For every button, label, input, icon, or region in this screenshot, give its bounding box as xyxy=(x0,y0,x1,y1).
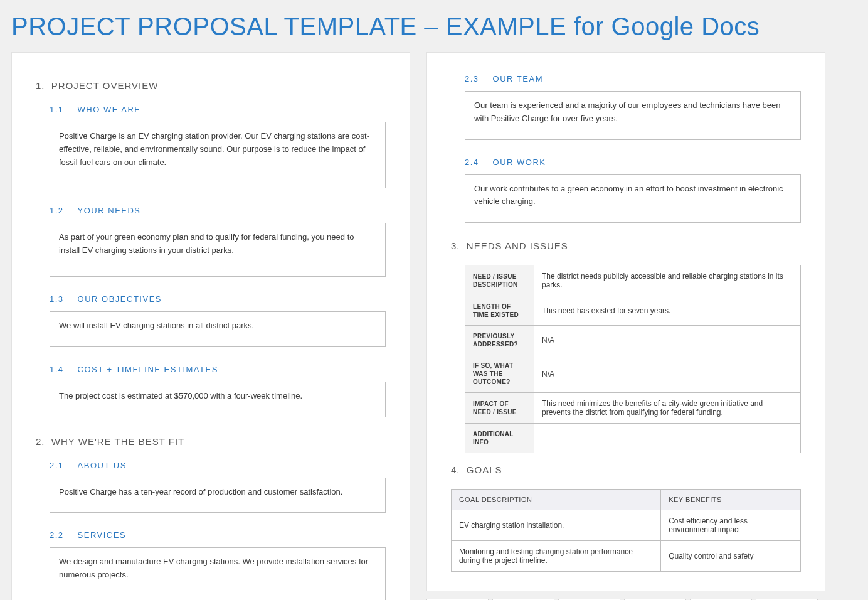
section-1-num: 1. xyxy=(36,80,45,91)
table-row: PREVIOUSLY ADDRESSED?N/A xyxy=(465,326,801,355)
need-desc-value: The district needs publicly accessible a… xyxy=(534,265,801,296)
additional-label: ADDITIONAL INFO xyxy=(465,424,534,453)
section-4-num: 4. xyxy=(451,464,460,475)
section-1-1-title: WHO WE ARE xyxy=(78,105,141,114)
section-1-4-num: 1.4 xyxy=(50,365,64,374)
section-2-3-heading: 2.3OUR TEAM xyxy=(465,74,801,83)
need-desc-label: NEED / ISSUE DESCRIPTION xyxy=(465,265,534,296)
about-us-body: Positive Charge has a ten-year record of… xyxy=(50,478,386,513)
section-3-title: NEEDS AND ISSUES xyxy=(467,240,568,251)
impact-label: IMPACT OF NEED / ISSUE xyxy=(465,393,534,424)
section-3-num: 3. xyxy=(451,240,460,251)
section-1-1-heading: 1.1WHO WE ARE xyxy=(50,105,386,114)
section-3-heading: 3. NEEDS AND ISSUES xyxy=(451,240,801,251)
outcome-label: IF SO, WHAT WAS THE OUTCOME? xyxy=(465,355,534,393)
goal-desc-header: GOAL DESCRIPTION xyxy=(452,490,661,510)
section-1-1-num: 1.1 xyxy=(50,105,64,114)
pages-container: 1. PROJECT OVERVIEW 1.1WHO WE ARE Positi… xyxy=(11,52,857,600)
section-1-heading: 1. PROJECT OVERVIEW xyxy=(36,80,386,91)
prev-addressed-label: PREVIOUSLY ADDRESSED? xyxy=(465,326,534,355)
section-1-4-heading: 1.4COST + TIMELINE ESTIMATES xyxy=(50,365,386,374)
our-objectives-body: We will install EV charging stations in … xyxy=(50,311,386,347)
table-row: NEED / ISSUE DESCRIPTIONThe district nee… xyxy=(465,265,801,296)
document-page-2: 2.3OUR TEAM Our team is experienced and … xyxy=(426,52,825,591)
section-2-4-heading: 2.4OUR WORK xyxy=(465,158,801,167)
section-2-3-num: 2.3 xyxy=(465,74,479,83)
goal-2-benefit: Quality control and safety xyxy=(661,541,801,572)
our-work-body: Our work contributes to a green economy … xyxy=(465,174,801,223)
section-2-2-heading: 2.2SERVICES xyxy=(50,530,386,540)
table-row: Monitoring and testing charging station … xyxy=(452,541,801,572)
section-2-num: 2. xyxy=(36,436,45,447)
section-2-4-title: OUR WORK xyxy=(493,158,546,167)
section-2-3-title: OUR TEAM xyxy=(493,74,543,83)
table-row: IF SO, WHAT WAS THE OUTCOME?N/A xyxy=(465,355,801,393)
section-4-title: GOALS xyxy=(467,464,502,475)
section-2-title: WHY WE'RE THE BEST FIT xyxy=(51,436,184,447)
your-needs-body: As part of your green economy plan and t… xyxy=(50,223,386,277)
section-2-heading: 2. WHY WE'RE THE BEST FIT xyxy=(36,436,386,447)
impact-value: This need minimizes the benefits of a ci… xyxy=(534,393,801,424)
goal-1-benefit: Cost efficiency and less environmental i… xyxy=(661,510,801,541)
services-body: We design and manufacture EV charging st… xyxy=(50,547,386,600)
section-1-2-heading: 1.2YOUR NEEDS xyxy=(50,206,386,215)
section-1-4-title: COST + TIMELINE ESTIMATES xyxy=(78,365,218,374)
section-1-3-num: 1.3 xyxy=(50,294,64,304)
goals-table: GOAL DESCRIPTION KEY BENEFITS EV chargin… xyxy=(451,489,801,572)
outcome-value: N/A xyxy=(534,355,801,393)
section-1-3-heading: 1.3OUR OBJECTIVES xyxy=(50,294,386,304)
goal-1-desc: EV charging station installation. xyxy=(452,510,661,541)
table-row: LENGTH OF TIME EXISTEDThis need has exis… xyxy=(465,296,801,326)
goal-2-desc: Monitoring and testing charging station … xyxy=(452,541,661,572)
section-2-1-num: 2.1 xyxy=(50,461,64,470)
who-we-are-body: Positive Charge is an EV charging statio… xyxy=(50,122,386,188)
prev-addressed-value: N/A xyxy=(534,326,801,355)
table-row: ADDITIONAL INFO xyxy=(465,424,801,453)
table-row: IMPACT OF NEED / ISSUEThis need minimize… xyxy=(465,393,801,424)
table-row: GOAL DESCRIPTION KEY BENEFITS xyxy=(452,490,801,510)
section-1-3-title: OUR OBJECTIVES xyxy=(78,294,162,304)
section-1-2-num: 1.2 xyxy=(50,206,64,215)
section-2-2-title: SERVICES xyxy=(78,530,127,540)
section-4-heading: 4. GOALS xyxy=(451,464,801,475)
section-2-1-title: ABOUT US xyxy=(78,461,127,470)
needs-issues-table: NEED / ISSUE DESCRIPTIONThe district nee… xyxy=(465,265,801,453)
table-row: EV charging station installation. Cost e… xyxy=(452,510,801,541)
additional-value xyxy=(534,424,801,453)
cost-timeline-body: The project cost is estimated at $570,00… xyxy=(50,382,386,417)
length-label: LENGTH OF TIME EXISTED xyxy=(465,296,534,326)
page-title: PROJECT PROPOSAL TEMPLATE – EXAMPLE for … xyxy=(11,13,857,41)
document-page-1: 1. PROJECT OVERVIEW 1.1WHO WE ARE Positi… xyxy=(11,52,410,600)
section-1-title: PROJECT OVERVIEW xyxy=(51,80,158,91)
section-2-4-num: 2.4 xyxy=(465,158,479,167)
section-2-2-num: 2.2 xyxy=(50,530,64,540)
our-team-body: Our team is experienced and a majority o… xyxy=(465,91,801,140)
key-benefits-header: KEY BENEFITS xyxy=(661,490,801,510)
section-2-1-heading: 2.1ABOUT US xyxy=(50,461,386,470)
section-1-2-title: YOUR NEEDS xyxy=(78,206,141,215)
length-value: This need has existed for seven years. xyxy=(534,296,801,326)
